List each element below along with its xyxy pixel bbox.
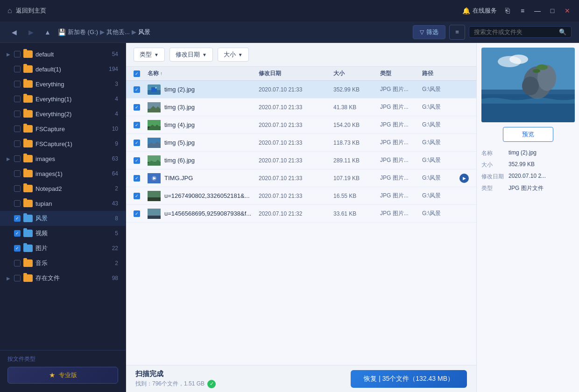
sidebar-check-everything1[interactable] bbox=[14, 96, 21, 102]
select-all-checkbox[interactable] bbox=[134, 70, 140, 77]
online-service[interactable]: 🔔 在线服务 bbox=[462, 7, 497, 15]
file-size: 107.19 KB bbox=[333, 175, 380, 182]
sidebar-item-default[interactable]: ▶ default 54 bbox=[0, 47, 126, 62]
sidebar-item-default1[interactable]: ▶ default(1) 194 bbox=[0, 62, 126, 77]
sidebar-item-shipin[interactable]: ▶ 视频 5 bbox=[0, 226, 126, 241]
row-checkbox[interactable] bbox=[134, 210, 140, 217]
sidebar-check-cunzai[interactable] bbox=[14, 275, 21, 281]
view-toggle-button[interactable]: ≡ bbox=[449, 25, 465, 40]
sidebar-check-everything[interactable] bbox=[14, 81, 21, 87]
preview-button[interactable]: 预览 bbox=[503, 127, 553, 142]
sidebar-item-cunzai[interactable]: ▶ 存在文件 98 bbox=[0, 271, 126, 286]
breadcrumb-current[interactable]: 风景 bbox=[138, 28, 150, 36]
title-bar-right: 🔔 在线服务 ⎗ ≡ — □ ✕ bbox=[462, 7, 572, 15]
sidebar-item-everything2[interactable]: ▶ Everything(2) 4 bbox=[0, 106, 126, 121]
sidebar-check-fscapture[interactable] bbox=[14, 126, 21, 132]
row-checkbox[interactable] bbox=[134, 104, 140, 111]
sidebar-item-music[interactable]: ▶ 音乐 2 bbox=[0, 256, 126, 271]
title-bar: ⌂ 返回到主页 🔔 在线服务 ⎗ ≡ — □ ✕ bbox=[0, 0, 579, 21]
sidebar-check-default1[interactable] bbox=[14, 66, 21, 72]
sidebar-check-music[interactable] bbox=[14, 260, 21, 266]
th-size[interactable]: 大小 bbox=[333, 70, 380, 77]
sidebar-check-tupian[interactable] bbox=[14, 200, 21, 207]
row-checkbox[interactable] bbox=[134, 193, 140, 199]
folder-icon bbox=[23, 65, 33, 73]
sidebar-check-everything2[interactable] bbox=[14, 111, 21, 117]
folder-icon bbox=[23, 170, 33, 177]
search-icon: 🔍 bbox=[559, 28, 566, 35]
close-button[interactable]: ✕ bbox=[563, 7, 572, 15]
info-row-type: 类型 JPG 图片文件 bbox=[481, 184, 574, 192]
minimize-button[interactable]: — bbox=[533, 7, 542, 15]
sidebar-check-images[interactable] bbox=[14, 155, 21, 162]
menu-button[interactable]: ≡ bbox=[518, 7, 527, 15]
share-button[interactable]: ⎗ bbox=[503, 7, 512, 15]
table-row[interactable]: timg (3).jpg 2020.07.10 21:33 41.38 KB J… bbox=[126, 98, 476, 116]
th-date[interactable]: 修改日期 bbox=[259, 70, 333, 77]
table-row[interactable]: timg (2).jpg 2020.07.10 21:33 352.99 KB … bbox=[126, 81, 476, 98]
row-checkbox[interactable] bbox=[134, 86, 140, 93]
table-row[interactable]: timg (5).jpg 2020.07.10 21:33 118.73 KB … bbox=[126, 134, 476, 152]
sidebar-check-tupian2[interactable] bbox=[14, 245, 21, 252]
sidebar-item-notepad2[interactable]: ▶ Notepad2 2 bbox=[0, 181, 126, 196]
home-label[interactable]: 返回到主页 bbox=[16, 7, 46, 15]
file-name-cell: TIMG.JPG bbox=[148, 173, 259, 183]
table-row[interactable]: timg (4).jpg 2020.07.10 21:33 154.20 KB … bbox=[126, 116, 476, 134]
row-checkbox[interactable] bbox=[134, 140, 140, 146]
preview-image bbox=[481, 48, 575, 122]
filter-chip-size[interactable]: 大小 ▼ bbox=[218, 48, 249, 62]
sidebar-item-images[interactable]: ▶ images 63 bbox=[0, 151, 126, 166]
sidebar-check-default[interactable] bbox=[14, 51, 21, 57]
filter-button[interactable]: ▽ 筛选 bbox=[413, 25, 445, 39]
table-row[interactable]: TIMG.JPG 2020.07.10 21:33 107.19 KB JPG … bbox=[126, 169, 476, 187]
row-checkbox[interactable] bbox=[134, 157, 140, 164]
sidebar-count: 9 bbox=[115, 140, 118, 147]
table-row[interactable]: timg (6).jpg 2020.07.10 21:33 289.11 KB … bbox=[126, 152, 476, 169]
row-checkbox[interactable] bbox=[134, 175, 140, 182]
sidebar-count: 2 bbox=[115, 260, 118, 266]
sidebar-label: 图片 bbox=[35, 244, 109, 252]
th-name[interactable]: 名称 ↑ bbox=[148, 70, 259, 77]
play-button[interactable]: ▶ bbox=[459, 174, 469, 183]
sidebar-check-shipin[interactable] bbox=[14, 230, 21, 237]
sidebar-item-everything1[interactable]: ▶ Everything(1) 4 bbox=[0, 91, 126, 106]
sidebar-check-fscapture1[interactable] bbox=[14, 140, 21, 147]
sidebar-item-fengjing[interactable]: ▶ 风景 8 bbox=[0, 211, 126, 226]
breadcrumb-folder[interactable]: 其他丢... bbox=[106, 28, 130, 36]
sidebar-check-images1[interactable] bbox=[14, 170, 21, 177]
sidebar-label: images(1) bbox=[35, 170, 109, 177]
filter-chip-type[interactable]: 类型 ▼ bbox=[134, 48, 165, 62]
back-button[interactable]: ◀ bbox=[7, 26, 21, 39]
sidebar-item-tupian[interactable]: ▶ tupian 43 bbox=[0, 196, 126, 211]
table-row[interactable]: u=1267490802,3326052181&... 2020.07.10 2… bbox=[126, 187, 476, 205]
sidebar-item-tupian2[interactable]: ▶ 图片 22 bbox=[0, 241, 126, 256]
th-type[interactable]: 类型 bbox=[380, 70, 422, 77]
file-thumbnail bbox=[148, 191, 161, 201]
sidebar-count: 64 bbox=[112, 170, 118, 177]
folder-icon bbox=[23, 245, 33, 252]
sidebar-count: 4 bbox=[115, 111, 118, 117]
search-input[interactable] bbox=[474, 28, 556, 35]
row-checkbox[interactable] bbox=[134, 122, 140, 128]
pro-button[interactable]: ★ 专业版 bbox=[7, 367, 118, 384]
sidebar-item-images1[interactable]: ▶ images(1) 64 bbox=[0, 166, 126, 181]
th-path[interactable]: 路径 bbox=[422, 70, 469, 77]
sidebar-item-fscapture[interactable]: ▶ FSCapture 10 bbox=[0, 121, 126, 136]
sidebar-item-fscapture1[interactable]: ▶ FSCapture(1) 9 bbox=[0, 136, 126, 151]
sidebar-check-notepad2[interactable] bbox=[14, 185, 21, 192]
sidebar-item-everything[interactable]: ▶ Everything 3 bbox=[0, 77, 126, 91]
filter-chip-date[interactable]: 修改日期 ▼ bbox=[169, 48, 213, 62]
sidebar-check-fengjing[interactable] bbox=[14, 215, 21, 222]
maximize-button[interactable]: □ bbox=[548, 7, 557, 15]
up-button[interactable]: ▲ bbox=[41, 26, 54, 39]
filter-icon: ▽ bbox=[420, 29, 424, 35]
search-box: 🔍 bbox=[469, 26, 572, 38]
breadcrumb-drive[interactable]: 新加卷 (G:) bbox=[68, 28, 98, 36]
expand-icon: ▶ bbox=[6, 156, 11, 161]
sidebar-count: 2 bbox=[115, 185, 118, 192]
forward-button[interactable]: ▶ bbox=[24, 26, 37, 39]
table-row[interactable]: u=1456568695,9259087938&f... 2020.07.10 … bbox=[126, 205, 476, 223]
file-type: JPG 图片... bbox=[380, 121, 422, 129]
file-name: u=1267490802,3326052181&... bbox=[164, 192, 250, 199]
recover-button[interactable]: 恢复 | 35个文件（132.43 MB） bbox=[351, 370, 467, 388]
